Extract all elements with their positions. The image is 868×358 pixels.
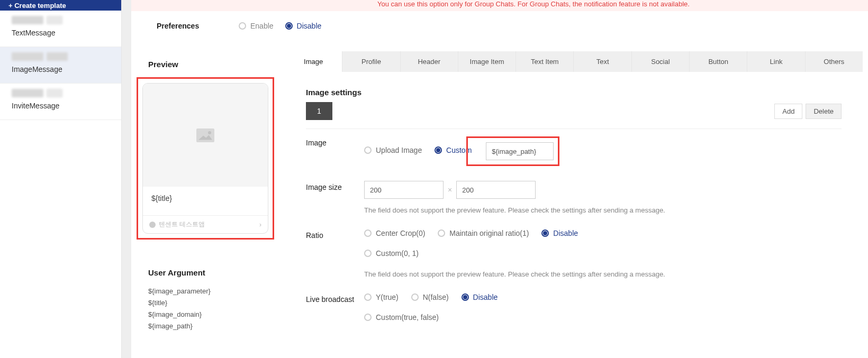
user-argument-item: ${image_domain} (148, 309, 263, 320)
radio-label: Maintain original ratio(1) (449, 229, 529, 237)
preview-card-title: ${title} (143, 187, 268, 215)
image-height-input[interactable] (456, 181, 536, 199)
settings-panel: Image Profile Header Image Item Text Ite… (285, 51, 863, 339)
user-argument-item: ${title} (148, 297, 263, 309)
ratio-maintain-radio[interactable]: Maintain original ratio(1) (438, 229, 529, 237)
radio-label: Upload Image (376, 146, 422, 154)
create-template-button[interactable]: + Create template (0, 0, 121, 11)
tabs: Image Profile Header Image Item Text Ite… (285, 51, 863, 72)
chevron-right-icon: › (259, 221, 261, 228)
tab-social[interactable]: Social (631, 51, 689, 72)
field-label: Image (306, 136, 364, 147)
preview-footer: 텐센트 테스트앱 › (143, 215, 268, 233)
tab-image[interactable]: Image (285, 51, 342, 72)
tab-others[interactable]: Others (805, 51, 863, 72)
radio-label: Disable (553, 229, 578, 237)
field-image-size: Image size × The field does not support … (306, 173, 842, 222)
field-live-broadcast: Live broadcast Y(true) N(false) Disable … (306, 286, 842, 334)
sidebar: + Create template TextMessage ImageMessa… (0, 0, 122, 358)
preview-title: Preview (137, 51, 274, 77)
live-custom-radio[interactable]: Custom(true, false) (364, 313, 439, 322)
radio-label: Custom(true, false) (376, 313, 439, 322)
live-y-radio[interactable]: Y(true) (364, 293, 399, 301)
field-image: Image Upload Image Custom (306, 129, 842, 173)
radio-label: Disable (473, 293, 498, 301)
segment-1-button[interactable]: 1 (306, 102, 332, 120)
radio-label: N(false) (423, 293, 449, 301)
tab-button[interactable]: Button (689, 51, 747, 72)
delete-button[interactable]: Delete (806, 104, 842, 119)
live-n-radio[interactable]: N(false) (411, 293, 449, 301)
section-title: Image settings (306, 88, 842, 97)
preview-highlight: ${title} 텐센트 테스트앱 › (137, 77, 274, 240)
sidebar-item-imagemessage[interactable]: ImageMessage (0, 47, 121, 84)
preferences-label: Preferences (157, 22, 239, 30)
live-disable-radio[interactable]: Disable (462, 293, 498, 301)
user-argument-title: User Argument (137, 260, 274, 286)
sidebar-item-label: InviteMessage (12, 102, 110, 110)
radio-label: Center Crop(0) (376, 229, 425, 237)
image-custom-input[interactable] (486, 142, 554, 160)
scrollbar-gutter[interactable] (122, 0, 131, 358)
help-text: The field does not support the preview f… (364, 270, 842, 278)
user-argument-item: ${image_parameter} (148, 286, 263, 297)
image-placeholder-icon (196, 128, 214, 142)
preview-image-placeholder (143, 84, 268, 187)
sidebar-item-label: ImageMessage (12, 65, 110, 74)
tab-header[interactable]: Header (400, 51, 458, 72)
tab-text-item[interactable]: Text Item (516, 51, 573, 72)
sidebar-item-textmessage[interactable]: TextMessage (0, 11, 121, 47)
preferences-row: Preferences Enable Disable (157, 11, 868, 51)
field-label: Live broadcast (306, 293, 364, 304)
ratio-custom-radio[interactable]: Custom(0, 1) (364, 249, 419, 258)
avatar-icon (149, 222, 156, 228)
main-content: You can use this option only for Group C… (131, 0, 868, 358)
radio-label: Enable (250, 22, 274, 30)
preview-footer-text: 텐센트 테스트앱 (159, 221, 205, 228)
field-ratio: Ratio Center Crop(0) Maintain original r… (306, 222, 842, 286)
help-text: The field does not support the preview f… (364, 206, 842, 214)
radio-label: Custom(0, 1) (376, 249, 419, 258)
warning-text: You can use this option only for Group C… (377, 0, 868, 8)
image-custom-highlight (466, 136, 559, 166)
times-icon: × (448, 186, 452, 194)
image-width-input[interactable] (364, 181, 444, 199)
field-label: Ratio (306, 229, 364, 240)
image-upload-radio[interactable]: Upload Image (364, 146, 422, 154)
ratio-center-radio[interactable]: Center Crop(0) (364, 229, 425, 237)
sidebar-item-invitemessage[interactable]: InviteMessage (0, 84, 121, 120)
preferences-enable-radio[interactable]: Enable (239, 22, 274, 30)
ratio-disable-radio[interactable]: Disable (541, 229, 578, 237)
radio-label: Y(true) (376, 293, 399, 301)
radio-label: Disable (297, 22, 322, 30)
preview-panel: Preview ${title} 텐센트 테스트앱 › User (137, 51, 274, 339)
preferences-disable-radio[interactable]: Disable (285, 22, 322, 30)
tab-text[interactable]: Text (573, 51, 631, 72)
tab-link[interactable]: Link (747, 51, 804, 72)
warning-banner: You can use this option only for Group C… (131, 0, 868, 11)
add-button[interactable]: Add (774, 104, 802, 119)
field-label: Image size (306, 181, 364, 191)
sidebar-item-label: TextMessage (12, 29, 110, 37)
user-argument-item: ${image_path} (148, 320, 263, 332)
tab-image-item[interactable]: Image Item (458, 51, 516, 72)
tab-profile[interactable]: Profile (342, 51, 400, 72)
preview-card: ${title} 텐센트 테스트앱 › (142, 83, 268, 234)
user-argument-panel: User Argument ${image_parameter} ${title… (137, 260, 274, 332)
